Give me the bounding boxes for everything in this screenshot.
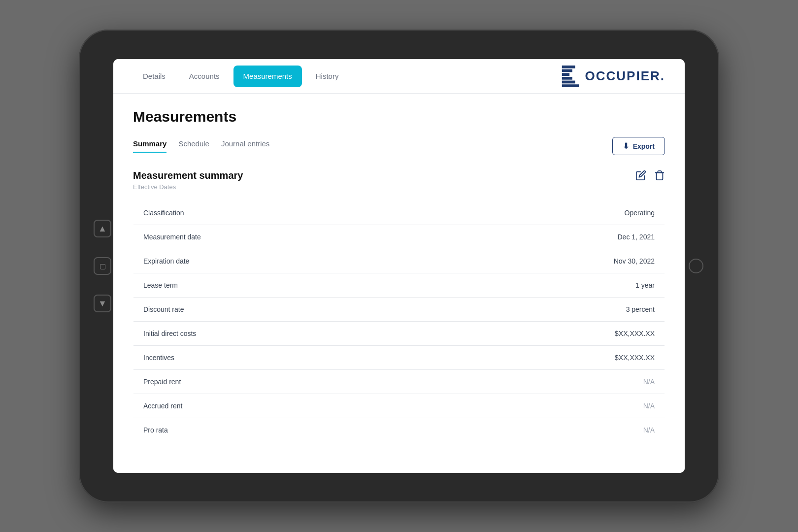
table-row: Measurement date Dec 1, 2021: [133, 225, 665, 249]
table-row: Pro rata N/A: [133, 418, 665, 442]
row-label: Expiration date: [133, 249, 399, 273]
measurement-table-body: Classification Operating Measurement dat…: [133, 201, 665, 442]
app-content: Details Accounts Measurements History: [113, 59, 685, 473]
svg-rect-0: [562, 66, 575, 68]
sub-tab-summary[interactable]: Summary: [133, 139, 166, 153]
sub-tab-schedule[interactable]: Schedule: [178, 139, 209, 153]
tab-measurements[interactable]: Measurements: [233, 66, 302, 87]
svg-rect-3: [562, 76, 572, 79]
nav-tabs: Details Accounts Measurements History: [133, 59, 348, 93]
row-label: Classification: [133, 201, 399, 225]
measurement-table: Classification Operating Measurement dat…: [133, 200, 665, 442]
measurement-summary-header: Measurement summary Effective Dates: [133, 170, 665, 191]
right-controls: [689, 259, 703, 273]
table-row: Lease term 1 year: [133, 273, 665, 298]
sub-tabs-row: Summary Schedule Journal entries ⬇ Expor…: [133, 137, 665, 155]
left-controls: ▲ ▢ ▼: [94, 220, 111, 312]
scroll-up-button[interactable]: ▲: [94, 220, 111, 237]
tablet-screen: Details Accounts Measurements History: [113, 59, 685, 473]
row-value: 3 percent: [399, 298, 665, 322]
table-row: Classification Operating: [133, 201, 665, 225]
delete-button[interactable]: [654, 170, 665, 183]
home-button[interactable]: ▢: [94, 257, 111, 275]
tab-details[interactable]: Details: [133, 66, 175, 87]
section-title: Measurement summary: [133, 170, 243, 181]
row-value: 1 year: [399, 273, 665, 298]
row-value: N/A: [399, 370, 665, 394]
svg-rect-5: [562, 84, 578, 87]
table-row: Initial direct costs $XX,XXX.XX: [133, 322, 665, 346]
effective-dates-label: Effective Dates: [133, 183, 243, 191]
row-label: Pro rata: [133, 418, 399, 442]
row-label: Prepaid rent: [133, 370, 399, 394]
logo: OCCUPIER.: [562, 66, 665, 87]
tablet-device: ▲ ▢ ▼ Details Accounts Measurements: [79, 30, 719, 502]
section-actions: [635, 170, 665, 183]
row-label: Incentives: [133, 346, 399, 370]
table-row: Prepaid rent N/A: [133, 370, 665, 394]
sub-tab-journal-entries[interactable]: Journal entries: [221, 139, 269, 153]
row-value: Operating: [399, 201, 665, 225]
svg-rect-4: [562, 80, 575, 83]
svg-rect-2: [562, 73, 569, 76]
power-button[interactable]: [689, 259, 703, 273]
row-value: Dec 1, 2021: [399, 225, 665, 249]
row-label: Discount rate: [133, 298, 399, 322]
row-label: Measurement date: [133, 225, 399, 249]
edit-button[interactable]: [635, 170, 646, 183]
logo-text: OCCUPIER.: [585, 68, 665, 84]
section-title-group: Measurement summary Effective Dates: [133, 170, 243, 191]
table-row: Discount rate 3 percent: [133, 298, 665, 322]
row-value: $XX,XXX.XX: [399, 322, 665, 346]
row-value: Nov 30, 2022: [399, 249, 665, 273]
scroll-down-button[interactable]: ▼: [94, 295, 111, 312]
sub-tabs: Summary Schedule Journal entries: [133, 139, 269, 153]
export-icon: ⬇: [623, 141, 629, 151]
row-label: Lease term: [133, 273, 399, 298]
export-button[interactable]: ⬇ Export: [612, 137, 665, 155]
page-title: Measurements: [133, 108, 665, 125]
table-row: Accrued rent N/A: [133, 394, 665, 418]
table-row: Expiration date Nov 30, 2022: [133, 249, 665, 273]
row-label: Initial direct costs: [133, 322, 399, 346]
row-value: $XX,XXX.XX: [399, 346, 665, 370]
main-content: Measurements Summary Schedule Journal en…: [113, 94, 685, 457]
row-label: Accrued rent: [133, 394, 399, 418]
tab-accounts[interactable]: Accounts: [179, 66, 230, 87]
svg-rect-1: [562, 69, 572, 72]
top-nav: Details Accounts Measurements History: [113, 59, 685, 94]
table-row: Incentives $XX,XXX.XX: [133, 346, 665, 370]
row-value: N/A: [399, 418, 665, 442]
tab-history[interactable]: History: [306, 66, 349, 87]
occupier-logo-icon: [562, 66, 579, 87]
row-value: N/A: [399, 394, 665, 418]
